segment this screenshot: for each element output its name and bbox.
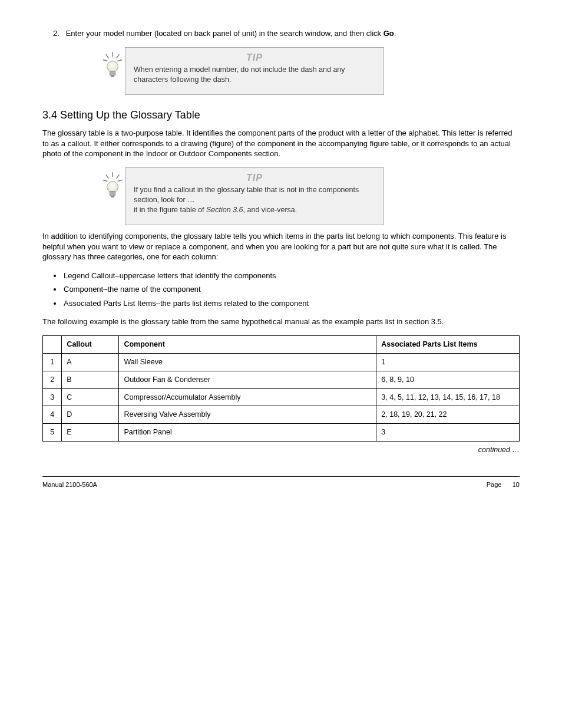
table-row: 3 C Compressor/Accumulator Assembly 3, 4… [43, 388, 520, 406]
svg-line-11 [103, 180, 108, 181]
glossary-intro-2: In addition to identifying components, t… [42, 231, 520, 262]
glossary-intro-1: The glossary table is a two-purpose tabl… [42, 128, 520, 159]
row-parts: 3 [376, 424, 520, 442]
row-num: 3 [43, 388, 62, 406]
svg-line-2 [117, 54, 120, 58]
tip-box-1: TIP When entering a model number, do not… [125, 47, 384, 95]
footer-page-label: Page [487, 481, 502, 488]
svg-line-9 [106, 174, 109, 179]
list-item: Associated Parts List Items–the parts li… [62, 298, 520, 309]
row-callout: E [62, 424, 119, 442]
row-callout: C [62, 388, 119, 406]
footer-right: Page 10 [487, 480, 520, 489]
footer-separator [42, 476, 520, 477]
row-parts: 6, 8, 9, 10 [376, 371, 520, 388]
row-component: Compressor/Accumulator Assembly [119, 388, 376, 406]
category-list: Legend Callout–uppercase letters that id… [62, 271, 520, 309]
row-component: Wall Sleeve [119, 353, 376, 371]
row-callout: B [62, 371, 119, 388]
svg-point-5 [107, 61, 118, 72]
section-heading: 3.4 Setting Up the Glossary Table [42, 108, 520, 122]
svg-line-1 [106, 54, 109, 58]
row-callout: D [62, 406, 119, 424]
tip2-section-ref: Section 3.6 [206, 206, 243, 214]
tip-2: TIP If you find a callout in the glossar… [101, 167, 520, 225]
list-item: Legend Callout–uppercase letters that id… [62, 271, 520, 281]
footer-left: Manual 2100-560A [42, 480, 97, 489]
row-component: Partition Panel [119, 424, 376, 442]
row-num: 5 [43, 424, 62, 442]
svg-rect-6 [110, 71, 115, 75]
row-num: 4 [43, 406, 62, 424]
step-number: 2. [53, 28, 64, 39]
tip2-line2-prefix: it in the figure table of [134, 206, 206, 214]
glossary-table: Callout Component Associated Parts List … [42, 335, 520, 442]
row-component: Reversing Valve Assembly [119, 406, 376, 424]
svg-rect-7 [111, 75, 114, 77]
table-row: 2 B Outdoor Fan & Condenser 6, 8, 9, 10 [43, 371, 520, 388]
continued-note: continued … [42, 445, 520, 455]
tip-body: If you find a callout in the glossary ta… [134, 185, 375, 215]
table-row: 4 D Reversing Valve Assembly 2, 18, 19, … [43, 406, 520, 424]
row-callout: A [62, 353, 119, 371]
tip-label: TIP [134, 172, 375, 185]
example-intro: The following example is the glossary ta… [42, 317, 520, 327]
step-go: Go [384, 29, 394, 38]
page: 2. Enter your model number (located on b… [0, 0, 562, 728]
header-blank [43, 335, 62, 353]
table-row: 1 A Wall Sleeve 1 [43, 353, 520, 371]
row-num: 1 [43, 353, 62, 371]
tip2-line1: If you find a callout in the glossary ta… [134, 186, 359, 204]
header-callout: Callout [62, 335, 119, 353]
page-footer: Manual 2100-560A Page 10 [42, 480, 520, 489]
tip-1: TIP When entering a model number, do not… [101, 47, 520, 95]
header-parts: Associated Parts List Items [376, 335, 520, 353]
tip-body: When entering a model number, do not inc… [134, 65, 375, 85]
svg-line-12 [118, 180, 123, 181]
svg-line-4 [118, 60, 123, 61]
header-component: Component [119, 335, 376, 353]
lightbulb-icon [101, 47, 125, 83]
svg-line-10 [117, 174, 120, 179]
row-num: 2 [43, 371, 62, 388]
lightbulb-icon [101, 167, 125, 203]
step-2: 2. Enter your model number (located on b… [53, 28, 520, 39]
row-parts: 3, 4, 5, 11, 12, 13, 14, 15, 16, 17, 18 [376, 388, 520, 406]
tip-label: TIP [134, 51, 375, 64]
footer-page-number: 10 [513, 481, 520, 488]
row-parts: 2, 18, 19, 20, 21, 22 [376, 406, 520, 424]
tip2-line2-suffix: , and vice-versa. [243, 206, 297, 214]
svg-line-3 [103, 60, 108, 61]
table-header-row: Callout Component Associated Parts List … [43, 335, 520, 353]
table-row: 5 E Partition Panel 3 [43, 424, 520, 442]
svg-rect-14 [110, 191, 115, 196]
row-component: Outdoor Fan & Condenser [119, 371, 376, 388]
step-text-1: Enter your model number (located on back… [66, 29, 384, 38]
tip-box-2: TIP If you find a callout in the glossar… [125, 167, 384, 225]
row-parts: 1 [376, 353, 520, 371]
svg-point-13 [107, 181, 118, 192]
step-text-2: . [394, 29, 396, 38]
svg-rect-15 [111, 196, 114, 197]
list-item: Component–the name of the component [62, 284, 520, 295]
